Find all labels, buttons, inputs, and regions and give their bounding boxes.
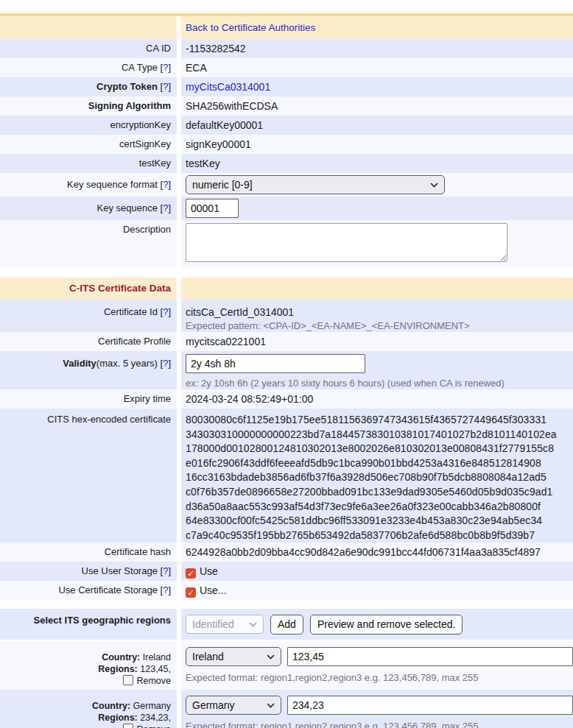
use-user-storage-label: Use User Storage xyxy=(82,565,158,576)
remove-checkbox[interactable] xyxy=(123,675,133,685)
ca-type-label: CA Type xyxy=(122,62,158,73)
hex-certificate-label: CITS hex-encoded certificate xyxy=(47,414,171,425)
description-textarea[interactable] xyxy=(186,223,507,262)
chevron-down-icon xyxy=(267,703,275,708)
certificate-profile-row: Certificate Profile mycitsca0221001 xyxy=(0,332,573,351)
add-region-button[interactable]: Add xyxy=(270,615,303,635)
country-name: Germany xyxy=(133,701,171,711)
encryption-key-row: encryptionKey defaultKey00001 xyxy=(0,116,573,135)
use-user-storage-row: Use User Storage [?] Use xyxy=(0,562,573,581)
expiry-time-value: 2024-03-24 08:52:49+01:00 xyxy=(186,393,313,405)
encryption-key-label: encryptionKey xyxy=(110,119,171,130)
signing-algorithm-row: Signing Algorithm SHA256withECDSA xyxy=(0,96,573,116)
crypto-token-label: Crypto Token xyxy=(96,81,158,92)
geographic-regions-label: Select ITS geographic regions xyxy=(34,615,171,626)
country-select[interactable]: Ireland xyxy=(186,647,281,666)
regions-label: Regions: xyxy=(98,713,137,723)
certificate-id-help-link[interactable]: [?] xyxy=(161,306,171,317)
use-certificate-storage-label: Use Certificate Storage xyxy=(58,584,157,596)
certificate-profile-label: Certificate Profile xyxy=(98,336,171,347)
test-key-label: testKey xyxy=(139,158,171,169)
ca-type-value: ECA xyxy=(186,62,207,74)
chevron-down-icon xyxy=(267,654,275,660)
crypto-token-row: Crypto Token [?] myCitsCa0314001 xyxy=(0,77,573,96)
key-sequence-format-help-link[interactable]: [?] xyxy=(161,179,171,190)
region-type-selected: Identified xyxy=(192,618,234,630)
use-certificate-storage-help-link[interactable]: [?] xyxy=(161,584,171,596)
test-key-value: testKey xyxy=(186,158,220,169)
key-sequence-format-selected: numeric [0-9] xyxy=(192,173,253,197)
cits-section-title: C-ITS Certificate Data xyxy=(69,283,171,294)
signing-algorithm-value: SHA256withECDSA xyxy=(186,100,278,112)
back-to-certificate-authorities-link[interactable]: Back to Certificate Authorities xyxy=(186,22,315,33)
certificate-id-row: Certificate Id [?] citsCa_CertId_0314001… xyxy=(0,300,573,332)
region-type-select[interactable]: Identified xyxy=(186,615,264,634)
preview-remove-button[interactable]: Preview and remove selected. xyxy=(310,615,463,635)
header-label-cell xyxy=(0,16,177,39)
certificate-profile-value: mycitsca0221001 xyxy=(186,336,266,347)
key-sequence-format-label: Key sequence format xyxy=(67,179,158,190)
use-certificate-storage-row: Use Certificate Storage [?] Use... xyxy=(0,581,573,600)
chevron-down-icon xyxy=(249,622,257,627)
crypto-token-help-link[interactable]: [?] xyxy=(161,81,171,92)
remove-label: Remove xyxy=(136,724,171,728)
hex-certificate-row: CITS hex-encoded certificate 80030080c6f… xyxy=(0,409,573,543)
regions-value: 123,45, xyxy=(140,664,171,674)
country-select[interactable]: Germany xyxy=(186,696,281,715)
key-sequence-help-link[interactable]: [?] xyxy=(161,202,171,213)
key-sequence-format-row: Key sequence format [?] numeric [0-9] xyxy=(0,173,573,197)
key-sequence-input[interactable] xyxy=(186,199,239,218)
regions-format-hint: Expected format: region1,region2,region3… xyxy=(186,720,573,728)
ca-type-row: CA Type [?] ECA xyxy=(0,58,573,77)
certificate-hash-label: Certificate hash xyxy=(105,546,171,557)
certificate-hash-value: 6244928a0bb2d09bba4cc90d842a6e90dc991bcc… xyxy=(186,546,541,558)
use-user-storage-checkbox[interactable] xyxy=(186,568,196,579)
certificate-id-label: Certificate Id xyxy=(104,306,158,317)
cits-section-header-row: C-ITS Certificate Data xyxy=(0,278,573,300)
key-sequence-label: Key sequence xyxy=(96,202,157,213)
hex-certificate-value: 80030080c6f1125e19b175ee5181156369747343… xyxy=(186,413,573,543)
country-label: Country: xyxy=(92,701,130,711)
header-row: Back to Certificate Authorities xyxy=(0,13,573,39)
edit-ca-page: Back to Certificate Authorities CA ID -1… xyxy=(0,0,573,728)
regions-format-hint: Expected format: region1,region2,region3… xyxy=(186,671,573,684)
remove-label: Remove xyxy=(136,676,171,686)
regions-input[interactable] xyxy=(287,696,573,715)
chevron-down-icon xyxy=(430,183,438,188)
ca-id-label: CA ID xyxy=(146,43,171,54)
country-selected: Germany xyxy=(192,699,235,711)
validity-label-suffix: (max. 5 years) xyxy=(96,358,158,369)
ca-id-value: -1153282542 xyxy=(186,43,245,54)
country-name: Ireland xyxy=(143,652,171,662)
description-row: Description xyxy=(0,220,573,269)
signing-algorithm-label: Signing Algorithm xyxy=(88,100,171,111)
expiry-time-row: Expiry time 2024-03-24 08:52:49+01:00 xyxy=(0,389,573,409)
key-sequence-format-select[interactable]: numeric [0-9] xyxy=(186,175,445,194)
description-label: Description xyxy=(123,224,171,235)
remove-checkbox[interactable] xyxy=(123,724,133,728)
validity-help-link[interactable]: [?] xyxy=(161,358,171,369)
validity-input[interactable] xyxy=(186,354,365,373)
country-label: Country: xyxy=(102,652,140,662)
validity-label: Validity xyxy=(63,358,96,369)
encryption-key-value: defaultKey00001 xyxy=(186,119,263,131)
key-sequence-row: Key sequence [?] xyxy=(0,197,573,220)
cert-sign-key-label: certSignKey xyxy=(119,138,171,149)
ca-type-help-link[interactable]: [?] xyxy=(161,62,171,73)
use-user-storage-help-link[interactable]: [?] xyxy=(161,565,171,576)
crypto-token-link[interactable]: myCitsCa0314001 xyxy=(186,81,270,93)
test-key-row: testKey testKey xyxy=(0,154,573,173)
ca-id-row: CA ID -1153282542 xyxy=(0,39,573,58)
certificate-id-pattern-hint: Expected pattern: <CPA-ID>_<EA-NAME>_<EA… xyxy=(186,319,573,332)
regions-value: 234,23, xyxy=(140,713,171,723)
geographic-regions-row: Select ITS geographic regions Identified… xyxy=(0,609,573,641)
region-entry-ireland: Country: Ireland Regions: 123,45, Remove… xyxy=(0,641,573,690)
validity-row: Validity(max. 5 years) [?] ex: 2y 10sh 6… xyxy=(0,351,573,389)
regions-input[interactable] xyxy=(287,647,573,666)
top-spacer xyxy=(0,0,573,13)
cert-sign-key-row: certSignKey signKey00001 xyxy=(0,135,573,154)
use-certificate-storage-checkbox[interactable] xyxy=(186,587,196,598)
validity-example-hint: ex: 2y 10sh 6h (2 years 10 sixty hours 6… xyxy=(186,377,573,389)
expiry-time-label: Expiry time xyxy=(124,393,171,404)
certificate-hash-row: Certificate hash 6244928a0bb2d09bba4cc90… xyxy=(0,543,573,562)
